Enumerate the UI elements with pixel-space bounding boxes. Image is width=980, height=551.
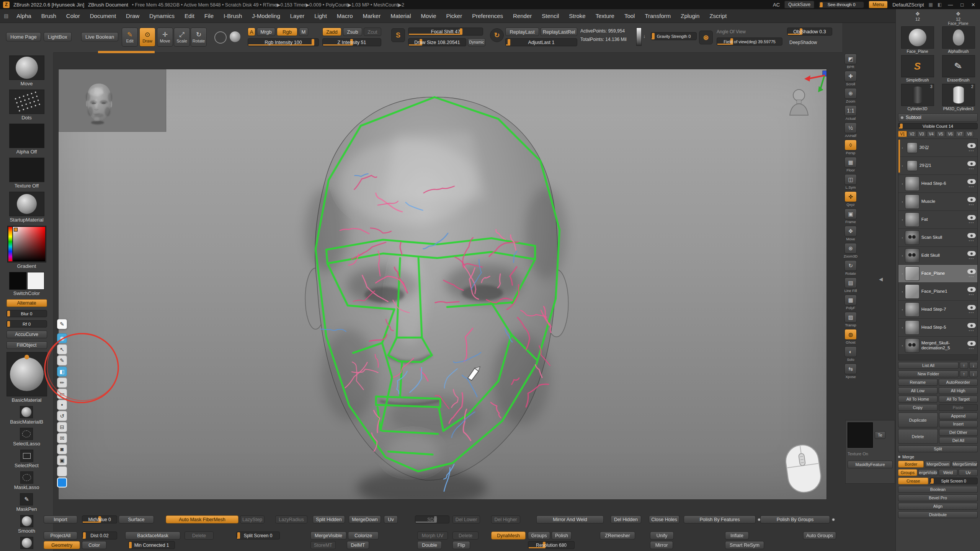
gravity-strength-slider[interactable]: Gravity Strength 0 xyxy=(651,32,697,40)
slider-knob[interactable] xyxy=(652,33,655,39)
menu-i-brush[interactable]: I-Brush xyxy=(219,13,247,19)
menu-zscript[interactable]: Zscript xyxy=(704,13,732,19)
quick-pick-face-plane[interactable]: Face_Plane xyxy=(898,26,937,54)
frame-icon[interactable]: ▣ xyxy=(844,209,857,219)
copy-button[interactable]: Copy xyxy=(898,404,938,411)
right-shelf-actual[interactable]: 1:1Actual xyxy=(844,105,857,121)
menu-j-modeling[interactable]: J-Modeling xyxy=(247,13,285,19)
hue-bar-icon[interactable] xyxy=(8,227,12,261)
texture-clipped-button[interactable]: Te xyxy=(875,431,885,439)
subtool-row-head-step-7[interactable]: ▪Head Step-7••• xyxy=(898,301,977,319)
main-color-swatch[interactable] xyxy=(9,272,26,290)
dots-thumb[interactable] xyxy=(9,90,44,114)
groups-button[interactable]: Groups xyxy=(898,469,917,476)
obj-shadow-slider[interactable]: ObjShadow 0.3 xyxy=(787,28,832,36)
rename-button[interactable]: Rename xyxy=(898,379,938,386)
color-icon[interactable] xyxy=(57,478,67,487)
bevel-pro-button[interactable]: Bevel Pro xyxy=(898,494,978,501)
visible-count-slider[interactable]: Visible Count 14 xyxy=(898,123,978,129)
alpha-channel-chip[interactable]: A xyxy=(248,28,255,36)
subtool-pen-icon[interactable]: ▪ xyxy=(902,254,903,258)
z-intensity-slider[interactable]: Z Intensity 51 xyxy=(322,38,381,46)
quick-pick-cylinder3d[interactable]: 3Cylinder3D xyxy=(898,84,937,111)
midvalue-0-slider[interactable]: MidValue 0 xyxy=(82,515,117,523)
texture-preview[interactable] xyxy=(848,422,873,448)
right-shelf-scroll[interactable]: ✚Scroll xyxy=(844,71,857,86)
subtool-row-muscle[interactable]: ▪Muscle••• xyxy=(898,193,977,211)
lightbox-divider-bar[interactable] xyxy=(98,51,155,53)
backfacemask-button[interactable]: BackfaceMask xyxy=(125,531,180,540)
menu-movie[interactable]: Movie xyxy=(416,13,441,19)
right-shelf-ghost[interactable]: ◍Ghost xyxy=(844,329,857,344)
subtool-pen-icon[interactable]: ▪ xyxy=(902,290,903,293)
rgb-button[interactable]: Rgb xyxy=(277,28,297,36)
masklasso-thumb[interactable] xyxy=(20,471,33,484)
subtool-pen-icon[interactable]: ▪ xyxy=(902,200,903,204)
l-sym-icon[interactable]: ◫ xyxy=(844,174,857,185)
projectall-button[interactable]: ProjectAll xyxy=(44,531,77,540)
sdiv-slider[interactable]: SDiv xyxy=(415,515,449,523)
visibility-eye-icon[interactable] xyxy=(967,269,976,274)
menu-document[interactable]: Document xyxy=(85,13,121,19)
document-thumbnail[interactable] xyxy=(59,69,166,132)
ghost-icon[interactable]: ◍ xyxy=(844,329,857,340)
zcut-button[interactable]: Zcut xyxy=(364,28,381,36)
storemt-button[interactable]: StoreMT xyxy=(310,541,336,549)
alphabrush-thumb[interactable] xyxy=(942,26,975,49)
rgb-intensity-slider[interactable]: Rgb Intensity 100 xyxy=(248,38,319,46)
insert-button[interactable]: Insert xyxy=(939,421,978,427)
subtool-tab-v6[interactable]: V6 xyxy=(946,131,955,137)
menu-transform[interactable]: Transform xyxy=(640,13,676,19)
startupmaterial-thumb[interactable] xyxy=(9,192,44,216)
polish-by-features-button[interactable]: Polish By Features xyxy=(684,515,756,523)
eye-icon[interactable]: ◉ xyxy=(57,333,67,343)
pen-icon[interactable]: ✎ xyxy=(57,355,67,365)
menu-color[interactable]: Color xyxy=(61,13,85,19)
subtool-tab-v4[interactable]: V4 xyxy=(927,131,936,137)
maskpen-thumb[interactable]: ✎ xyxy=(20,493,33,505)
mergevisible-button[interactable]: MergeVisible xyxy=(310,531,346,540)
visibility-eye-icon[interactable] xyxy=(967,323,976,328)
min-connected-1-slider[interactable]: Min Connected 1 xyxy=(128,541,175,549)
menu-edit[interactable]: Edit xyxy=(180,13,199,19)
resolution-680-slider[interactable]: Resolution 680 xyxy=(528,541,575,549)
slider-knob[interactable] xyxy=(83,532,86,539)
weld-button[interactable]: Weld xyxy=(939,469,958,476)
adjust-last-slider[interactable]: AdjustLast 1 xyxy=(505,38,577,46)
uv-button[interactable]: Uv xyxy=(384,515,398,523)
bust-preview-icon[interactable] xyxy=(790,90,808,115)
lazystep-button[interactable]: LazyStep xyxy=(240,515,265,523)
split-screen-0-slider[interactable]: Split Screen 0 xyxy=(236,531,280,540)
slider-knob[interactable] xyxy=(7,321,10,327)
aahalf-icon[interactable]: ½ xyxy=(844,122,857,133)
close-button[interactable]: ✕ xyxy=(970,2,977,8)
delmt-button[interactable]: DelMT xyxy=(347,541,369,549)
all-to-target-button[interactable]: All To Target xyxy=(939,396,978,403)
quick-pick-eraserbrush[interactable]: ✎EraserBrush xyxy=(939,55,978,82)
saturation-square[interactable] xyxy=(13,227,45,261)
menu-dynamics[interactable]: Dynamics xyxy=(144,13,180,19)
lightbox-button[interactable]: LightBox xyxy=(44,32,72,41)
selectrect-thumb[interactable] xyxy=(20,450,33,462)
right-shelf-move[interactable]: ✥Move xyxy=(844,226,857,241)
subtool-row-fat[interactable]: ▪Fat••• xyxy=(898,211,977,229)
surface-button[interactable]: Surface xyxy=(119,515,154,523)
del-hidden-button[interactable]: Del Hidden xyxy=(611,515,641,523)
trash-icon[interactable]: ⊟ xyxy=(57,422,67,432)
blur-0-slider[interactable]: Blur 0 xyxy=(7,310,47,317)
dynamic-toggle[interactable]: Dynamic xyxy=(468,38,485,46)
subtool-pen-icon[interactable]: ▪ xyxy=(902,236,903,240)
pencil-icon[interactable]: ✏ xyxy=(57,378,67,388)
slider-knob[interactable] xyxy=(7,311,10,316)
rotate-icon[interactable]: ↻ xyxy=(844,260,857,271)
visibility-eye-icon[interactable] xyxy=(967,161,976,166)
duplicate-button[interactable]: Duplicate xyxy=(898,412,938,427)
right-shelf-persp[interactable]: ◊Persp xyxy=(844,140,857,155)
selectlasso-thumb[interactable] xyxy=(20,428,33,440)
visibility-eye-icon[interactable] xyxy=(967,179,976,184)
menu-tool[interactable]: Tool xyxy=(619,13,640,19)
quicksave-button[interactable]: QuickSave xyxy=(784,1,814,8)
slider-knob[interactable] xyxy=(931,478,934,484)
right-shelf-frame[interactable]: ▣Frame xyxy=(844,209,857,224)
texture-off-thumb[interactable] xyxy=(9,158,44,182)
